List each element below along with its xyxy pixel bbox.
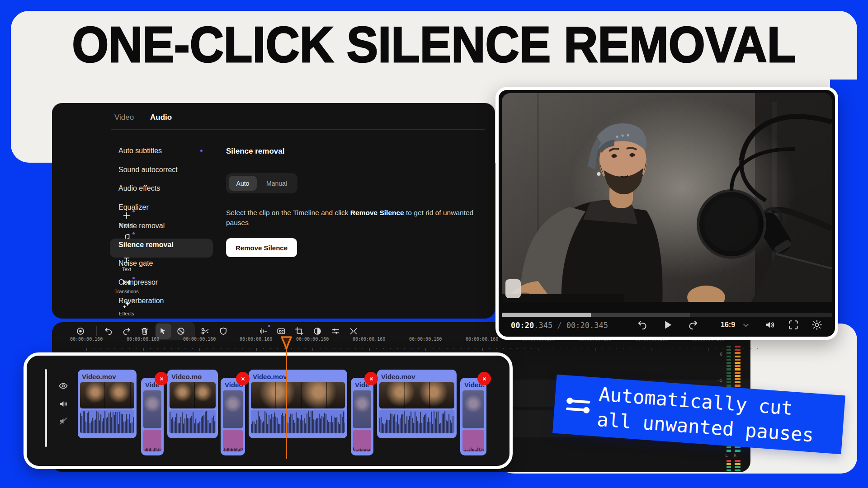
menu-item-equalizer[interactable]: Equalizer bbox=[118, 203, 149, 211]
meter-segment-left bbox=[726, 356, 731, 357]
player-volume-icon[interactable] bbox=[764, 319, 776, 331]
ruler-tick bbox=[164, 348, 165, 349]
player-undo-icon[interactable] bbox=[637, 319, 648, 331]
shield-icon[interactable] bbox=[218, 326, 228, 336]
clip-waveform bbox=[80, 410, 134, 433]
promo-banner-text: Automatically cut all unwanted pauses bbox=[596, 382, 816, 448]
meter-segment-right bbox=[735, 365, 741, 367]
timeline-clip-speech[interactable]: Video.mov bbox=[249, 370, 347, 438]
remove-clip-x-button[interactable] bbox=[364, 372, 378, 385]
menu-item-audio-effects[interactable]: Audio effects bbox=[118, 184, 160, 192]
crop-icon[interactable] bbox=[294, 326, 304, 336]
timeline-clip-speech[interactable]: Video.mov bbox=[78, 370, 137, 438]
ruler-tick bbox=[178, 348, 179, 349]
ruler-tick bbox=[235, 348, 236, 349]
mode-auto-button[interactable]: Auto bbox=[229, 176, 257, 191]
meter-segment-left bbox=[726, 368, 731, 370]
player-settings-gear-icon[interactable] bbox=[811, 319, 823, 331]
ruler-tick bbox=[207, 348, 208, 349]
mode-manual-button[interactable]: Manual bbox=[259, 176, 295, 191]
split-icon[interactable] bbox=[349, 326, 359, 336]
mini-meter-segment bbox=[726, 460, 731, 462]
ruler-tick bbox=[623, 348, 624, 349]
timeline-clip-silence[interactable]: Vide bbox=[351, 378, 373, 455]
menu-item-compressor[interactable]: Compressor bbox=[118, 278, 158, 286]
ruler-tick bbox=[171, 348, 172, 349]
player-redo-icon[interactable] bbox=[687, 319, 699, 331]
trash-icon[interactable] bbox=[140, 326, 150, 336]
chevron-down-icon[interactable] bbox=[741, 321, 750, 330]
mute-icon[interactable] bbox=[58, 416, 68, 426]
playhead-marker[interactable] bbox=[281, 336, 292, 350]
timeline-clip-silence[interactable]: Vide bbox=[141, 378, 164, 455]
ruler-tick bbox=[694, 348, 695, 349]
meter-segment-left bbox=[726, 446, 731, 448]
tab-video[interactable]: Video bbox=[114, 113, 134, 122]
meter-segment-left bbox=[726, 375, 731, 377]
timeline-clip-silence[interactable]: Video. bbox=[460, 378, 486, 455]
ruler-tick bbox=[447, 348, 448, 349]
ruler-tick bbox=[461, 348, 462, 349]
record-icon[interactable] bbox=[75, 326, 85, 336]
tab-audio[interactable]: Audio bbox=[150, 113, 172, 122]
scissors-icon[interactable] bbox=[200, 326, 210, 336]
ruler-tick bbox=[489, 348, 490, 349]
ruler-tick bbox=[249, 348, 250, 349]
menu-item-sound-autocorrect[interactable]: Sound autocorrect bbox=[118, 166, 178, 174]
sliders-icon[interactable] bbox=[330, 326, 340, 336]
redo-icon[interactable] bbox=[122, 326, 132, 336]
menu-item-auto-subtitles[interactable]: Auto subtitles bbox=[118, 147, 162, 155]
meter-segment-right bbox=[735, 381, 741, 383]
meter-segment-left bbox=[726, 378, 731, 380]
ruler-tick bbox=[531, 348, 532, 349]
menu-item-noise-removal[interactable]: Noise removal bbox=[118, 222, 165, 230]
playhead-line[interactable] bbox=[286, 349, 287, 459]
timeline-focus-card-inner: Video.movVideVideo.moVideo.Video.movVide… bbox=[27, 356, 503, 460]
remove-clip-x-button[interactable] bbox=[477, 372, 491, 385]
page: { "page": { "heading": "ONE-CLICK SILENC… bbox=[0, 0, 868, 488]
ruler-tick bbox=[482, 348, 483, 351]
meter-segment-right bbox=[735, 349, 741, 351]
menu-item-noise-gate[interactable]: Noise gate bbox=[118, 259, 153, 267]
captions-icon[interactable] bbox=[276, 326, 286, 336]
player-progress-bar[interactable] bbox=[502, 313, 832, 317]
ban-icon[interactable] bbox=[176, 326, 186, 336]
contrast-icon[interactable] bbox=[312, 326, 322, 336]
clip-thumbnail bbox=[170, 382, 216, 408]
clip-thumbnail bbox=[379, 382, 454, 408]
toolbar-divider bbox=[96, 326, 97, 336]
ruler-tick bbox=[242, 348, 243, 349]
player-fullscreen-icon[interactable] bbox=[788, 319, 799, 331]
ruler-tick bbox=[150, 348, 151, 349]
remove-clip-x-button[interactable] bbox=[236, 372, 250, 385]
menu-item-reverberation[interactable]: Reverberation bbox=[118, 297, 164, 305]
player-play-icon[interactable] bbox=[661, 319, 674, 331]
ruler-tick bbox=[298, 348, 299, 349]
ruler-tick bbox=[192, 348, 193, 349]
remove-silence-button[interactable]: Remove Silence bbox=[226, 238, 297, 257]
remove-clip-x-button[interactable] bbox=[155, 372, 168, 385]
timeline-clip-silence[interactable]: Video. bbox=[221, 378, 245, 455]
track-handle-bar[interactable] bbox=[45, 369, 47, 447]
ruler-tick bbox=[270, 348, 271, 349]
ruler-tick bbox=[517, 348, 518, 349]
menu-item-silence-removal[interactable]: Silence removal bbox=[118, 241, 174, 249]
timeline-clip-speech[interactable]: Video.mov bbox=[377, 370, 457, 438]
ruler-tick bbox=[722, 348, 723, 349]
ruler-tick bbox=[355, 348, 356, 349]
visibility-eye-icon[interactable] bbox=[58, 381, 68, 391]
ruler-tick bbox=[708, 348, 709, 351]
ruler-timestamp: 00:00:00.160 bbox=[409, 337, 442, 342]
ruler-timestamp: 00:00:00.160 bbox=[466, 337, 498, 342]
volume-icon[interactable] bbox=[58, 399, 68, 409]
timeline-clip-speech[interactable]: Video.mo bbox=[167, 370, 218, 438]
video-frame-podcaster[interactable] bbox=[502, 93, 832, 305]
silence-waveform-icon[interactable] bbox=[258, 326, 268, 336]
ruler-tick bbox=[581, 348, 582, 349]
undo-icon[interactable] bbox=[104, 326, 113, 336]
video-preview-window: 00:20.345 / 00:20.345 16:9 bbox=[495, 87, 838, 340]
ruler-tick bbox=[602, 348, 603, 349]
cursor-icon[interactable] bbox=[158, 326, 168, 336]
aspect-ratio-selector[interactable]: 16:9 bbox=[721, 321, 735, 329]
clip-title: Video.mov bbox=[251, 372, 345, 382]
